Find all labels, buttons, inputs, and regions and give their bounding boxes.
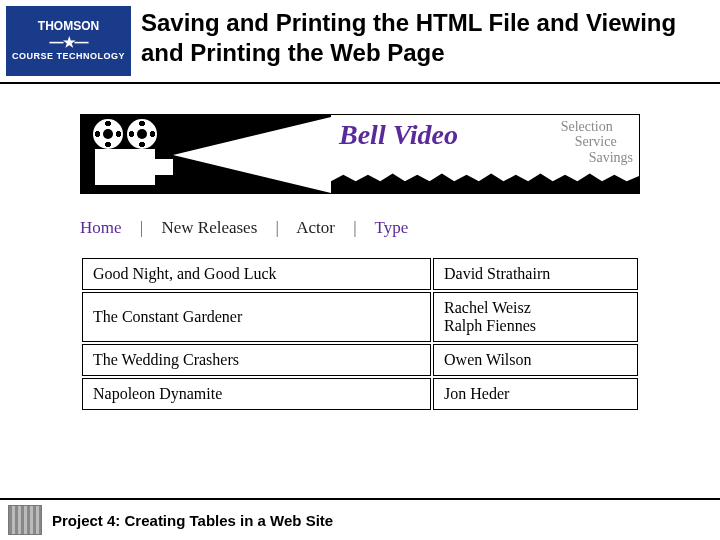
nav-separator: |: [353, 218, 356, 237]
nav-home[interactable]: Home: [80, 218, 122, 237]
logo-line1: THOMSON: [38, 20, 99, 33]
brand-tags: Selection Service Savings: [561, 119, 633, 165]
slide-footer: Project 4: Creating Tables in a Web Site: [0, 498, 720, 540]
thomson-logo: THOMSON —★— COURSE TECHNOLOGY: [6, 6, 131, 76]
slide-header: THOMSON —★— COURSE TECHNOLOGY Saving and…: [0, 0, 720, 84]
table-row: The Wedding Crashers Owen Wilson: [82, 344, 638, 376]
projector-graphic: [81, 115, 331, 193]
movies-table: Good Night, and Good Luck David Strathai…: [80, 256, 640, 412]
nav-actor[interactable]: Actor: [296, 218, 335, 237]
bell-video-banner: Bell Video Selection Service Savings: [80, 114, 640, 194]
logo-line2: COURSE TECHNOLOGY: [12, 52, 125, 62]
tag-savings: Savings: [589, 150, 633, 165]
table-row: The Constant Gardener Rachel Weisz Ralph…: [82, 292, 638, 342]
audience-silhouette-icon: [331, 167, 639, 193]
projector-lens-icon: [155, 159, 173, 175]
movie-actor-cell: Jon Heder: [433, 378, 638, 410]
nav-separator: |: [140, 218, 143, 237]
table-row: Good Night, and Good Luck David Strathai…: [82, 258, 638, 290]
slide-content: Bell Video Selection Service Savings Hom…: [40, 114, 680, 412]
movie-title-cell: The Constant Gardener: [82, 292, 431, 342]
footer-text: Project 4: Creating Tables in a Web Site: [52, 512, 333, 529]
logo-divider: —★—: [50, 35, 88, 50]
film-reel-icon: [93, 119, 123, 149]
tag-service: Service: [575, 134, 633, 149]
nav-type[interactable]: Type: [375, 218, 409, 237]
movie-title-cell: The Wedding Crashers: [82, 344, 431, 376]
table-row: Napoleon Dynamite Jon Heder: [82, 378, 638, 410]
movie-actor-cell: Owen Wilson: [433, 344, 638, 376]
banner-right: Bell Video Selection Service Savings: [331, 115, 639, 193]
book-series-icon: [8, 505, 42, 535]
nav-new-releases[interactable]: New Releases: [161, 218, 257, 237]
film-reel-icon: [127, 119, 157, 149]
movie-title-cell: Good Night, and Good Luck: [82, 258, 431, 290]
projector-body-icon: [95, 149, 155, 185]
movie-actor-cell: David Strathairn: [433, 258, 638, 290]
movie-actor-cell: Rachel Weisz Ralph Fiennes: [433, 292, 638, 342]
tag-selection: Selection: [561, 119, 633, 134]
light-beam-icon: [173, 117, 331, 193]
nav-separator: |: [276, 218, 279, 237]
slide-title: Saving and Printing the HTML File and Vi…: [141, 4, 720, 68]
nav-bar: Home | New Releases | Actor | Type: [80, 218, 640, 238]
movie-title-cell: Napoleon Dynamite: [82, 378, 431, 410]
